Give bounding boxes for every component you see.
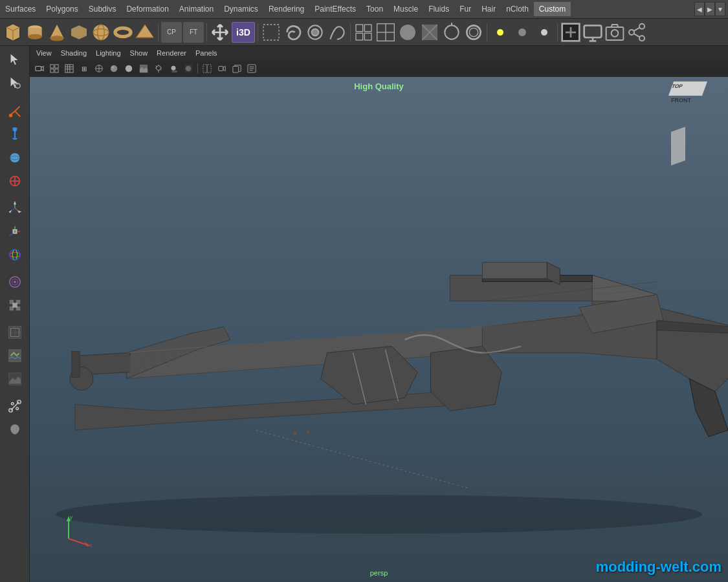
menu-item-muscle[interactable]: Muscle — [388, 2, 423, 16]
display-icon[interactable] — [582, 22, 603, 43]
brush-tool-icon[interactable] — [4, 124, 26, 146]
light2-dot[interactable] — [512, 22, 533, 43]
vp-tool-ortho[interactable]: ⊞ — [77, 62, 91, 75]
vp-tool-ambient[interactable] — [181, 62, 195, 75]
viewcube-side[interactable] — [671, 127, 685, 166]
light3-dot[interactable] — [534, 22, 555, 43]
sphere-primitive-icon[interactable] — [91, 22, 111, 43]
select-tool-icon[interactable] — [4, 48, 26, 70]
sphere-tool-icon[interactable] — [4, 147, 26, 169]
vp-menu-view[interactable]: View — [32, 48, 56, 58]
isolate-icon[interactable] — [560, 22, 581, 43]
vp-menu-panels[interactable]: Panels — [192, 48, 221, 58]
vp-tool-shading-wire[interactable] — [92, 62, 106, 75]
vp-tool-shadows[interactable] — [166, 62, 181, 75]
viewport[interactable]: View Shading Lighting Show Renderer Pane… — [30, 46, 728, 582]
svg-marker-150 — [67, 516, 71, 521]
vp-menu-lighting[interactable]: Lighting — [92, 48, 125, 58]
svg-point-70 — [17, 400, 20, 404]
i3d-icon[interactable]: i3D — [232, 22, 255, 43]
soft-select-icon[interactable] — [4, 271, 26, 293]
nav-prev-button[interactable]: ◀ — [694, 2, 705, 16]
wolf-icon[interactable] — [4, 418, 26, 440]
move-icon[interactable] — [210, 22, 230, 43]
texture-icon[interactable] — [419, 22, 440, 43]
normals-icon[interactable] — [441, 22, 462, 43]
menu-item-deformation[interactable]: Deformation — [121, 2, 173, 16]
snap-icon[interactable] — [4, 294, 26, 316]
vp-tool-solid[interactable] — [107, 62, 121, 75]
vp-tool-layout[interactable] — [47, 62, 61, 75]
cylinder-primitive-icon[interactable] — [25, 22, 45, 43]
menu-item-ncloth[interactable]: nCloth — [501, 2, 534, 16]
paint-select-icon[interactable] — [305, 22, 325, 43]
viewcube-front[interactable]: FRONT — [671, 96, 705, 129]
sculpt-icon[interactable] — [327, 22, 347, 43]
terrain-icon[interactable] — [4, 368, 26, 390]
vp-menu-renderer[interactable]: Renderer — [153, 48, 190, 58]
vp-tool-camera[interactable] — [32, 62, 47, 75]
menu-item-surfaces[interactable]: Surfaces — [0, 2, 41, 16]
grid-icon[interactable] — [353, 22, 374, 43]
svg-rect-106 — [233, 67, 239, 73]
svg-point-37 — [9, 114, 12, 117]
paint-tool-icon[interactable] — [4, 100, 26, 122]
viewcube-top[interactable]: TOP — [668, 81, 707, 96]
transform-tool-icon[interactable] — [4, 170, 26, 192]
vp-tool-paste[interactable] — [245, 62, 259, 75]
menu-item-hair[interactable]: Hair — [476, 2, 501, 16]
svg-rect-79 — [65, 65, 73, 72]
wireframe-icon[interactable] — [375, 22, 396, 43]
vp-tool-copy[interactable] — [230, 62, 244, 75]
nav-next-button[interactable]: ▶ — [705, 2, 715, 16]
pyramid-primitive-icon[interactable] — [135, 22, 155, 43]
menu-item-rendering[interactable]: Rendering — [263, 2, 309, 16]
vp-tool-camera-attr[interactable] — [215, 62, 229, 75]
move-xyz-icon[interactable] — [4, 197, 26, 219]
menu-item-toon[interactable]: Toon — [361, 2, 388, 16]
texture-paint-icon[interactable] — [4, 345, 26, 367]
nav-menu-button[interactable]: ▼ — [715, 2, 725, 16]
menu-item-animation[interactable]: Animation — [174, 2, 219, 16]
ft-icon[interactable]: FT — [183, 22, 204, 43]
menu-item-fluids[interactable]: Fluids — [423, 2, 454, 16]
vp-tool-smooth[interactable] — [122, 62, 136, 75]
rotate-tool-icon[interactable] — [4, 72, 26, 94]
vp-tool-select-mode[interactable] — [200, 62, 214, 75]
svg-rect-50 — [13, 230, 17, 233]
svg-point-23 — [467, 25, 480, 39]
vp-tool-texture-on[interactable] — [137, 62, 151, 75]
shading-icon[interactable] — [397, 22, 418, 43]
lasso-icon[interactable] — [283, 22, 303, 43]
xray-icon[interactable] — [463, 22, 484, 43]
menu-item-custom[interactable]: Custom — [534, 2, 571, 16]
menu-item-dynamics[interactable]: Dynamics — [219, 2, 263, 16]
cube-primitive-icon[interactable] — [3, 22, 23, 43]
cone-primitive-icon[interactable] — [47, 22, 67, 43]
snapshot-icon[interactable] — [604, 22, 625, 43]
plane-primitive-icon[interactable] — [69, 22, 89, 43]
scale-xyz-icon[interactable] — [4, 221, 26, 242]
svg-rect-11 — [356, 25, 363, 32]
vp-tool-grid[interactable] — [62, 62, 76, 75]
svg-line-53 — [9, 233, 13, 236]
menu-item-fur[interactable]: Fur — [454, 2, 476, 16]
light1-dot[interactable] — [490, 22, 511, 43]
select-icon[interactable] — [261, 22, 281, 43]
viewcube[interactable]: TOP FRONT — [671, 81, 718, 128]
rotate-xyz-icon[interactable] — [4, 244, 26, 266]
svg-point-72 — [16, 407, 18, 410]
svg-rect-13 — [356, 33, 363, 40]
uv-icon[interactable] — [4, 321, 26, 343]
vp-tool-lights[interactable] — [151, 62, 166, 75]
svg-rect-75 — [50, 65, 54, 68]
menu-item-polygons[interactable]: Polygons — [41, 2, 83, 16]
vp-menu-show[interactable]: Show — [126, 48, 152, 58]
vp-menu-shading[interactable]: Shading — [57, 48, 91, 58]
bone-icon[interactable] — [4, 395, 26, 417]
menu-item-subdivs[interactable]: Subdivs — [83, 2, 122, 16]
share-icon[interactable] — [626, 22, 647, 43]
move-cp-icon[interactable]: CP — [161, 22, 182, 43]
torus-primitive-icon[interactable] — [113, 22, 133, 43]
menu-item-painteffects[interactable]: PaintEffects — [309, 2, 361, 16]
